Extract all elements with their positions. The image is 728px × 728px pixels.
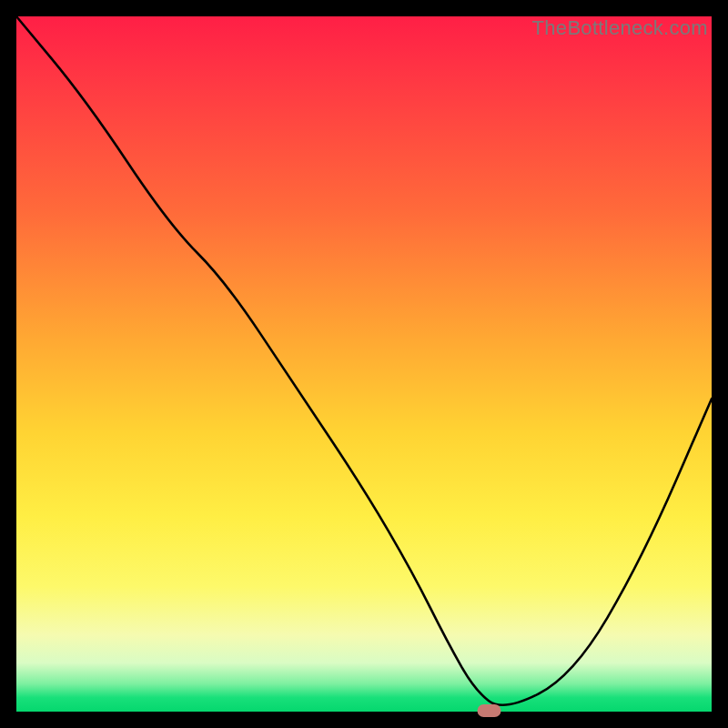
optimal-marker xyxy=(478,704,501,717)
bottleneck-curve xyxy=(16,16,712,712)
plot-area: TheBottleneck.com xyxy=(16,16,712,712)
curve-path xyxy=(16,16,712,705)
chart-frame: TheBottleneck.com xyxy=(0,0,728,728)
